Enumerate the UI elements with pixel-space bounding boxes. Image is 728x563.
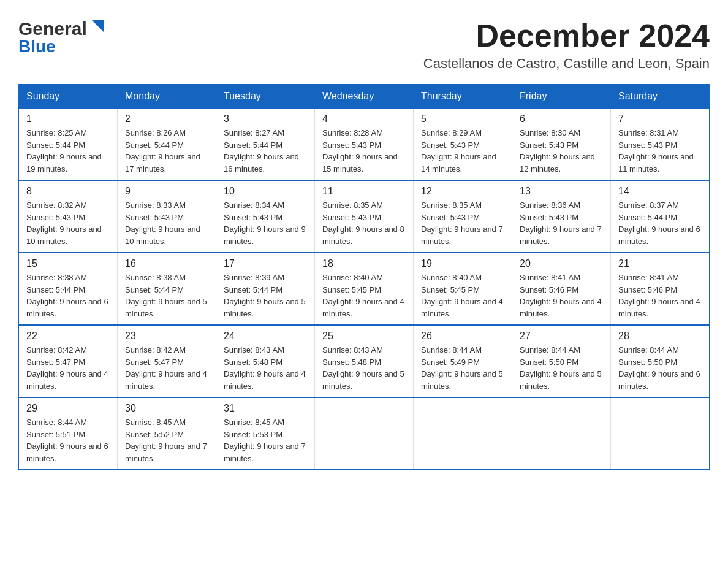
logo-arrow-icon — [88, 18, 108, 37]
day-info: Sunrise: 8:28 AMSunset: 5:43 PMDaylight:… — [322, 127, 406, 175]
day-cell-21: 21Sunrise: 8:41 AMSunset: 5:46 PMDayligh… — [611, 253, 710, 325]
day-cell-8: 8Sunrise: 8:32 AMSunset: 5:43 PMDaylight… — [19, 180, 118, 253]
day-cell-19: 19Sunrise: 8:40 AMSunset: 5:45 PMDayligh… — [414, 253, 512, 325]
day-cell-1: 1Sunrise: 8:25 AMSunset: 5:44 PMDaylight… — [19, 109, 118, 181]
day-info: Sunrise: 8:42 AMSunset: 5:47 PMDaylight:… — [125, 344, 208, 392]
week-row-4: 22Sunrise: 8:42 AMSunset: 5:47 PMDayligh… — [19, 325, 710, 397]
day-number: 5 — [421, 113, 504, 124]
calendar-table: SundayMondayTuesdayWednesdayThursdayFrid… — [18, 84, 710, 470]
day-info: Sunrise: 8:45 AMSunset: 5:52 PMDaylight:… — [125, 416, 208, 464]
day-cell-5: 5Sunrise: 8:29 AMSunset: 5:43 PMDaylight… — [414, 109, 512, 181]
day-cell-7: 7Sunrise: 8:31 AMSunset: 5:43 PMDaylight… — [611, 109, 710, 181]
day-number: 10 — [224, 186, 307, 197]
day-cell-2: 2Sunrise: 8:26 AMSunset: 5:44 PMDaylight… — [118, 109, 216, 181]
day-number: 13 — [520, 186, 603, 197]
day-info: Sunrise: 8:45 AMSunset: 5:53 PMDaylight:… — [224, 416, 307, 464]
day-info: Sunrise: 8:44 AMSunset: 5:51 PMDaylight:… — [26, 416, 110, 464]
day-info: Sunrise: 8:31 AMSunset: 5:43 PMDaylight:… — [618, 127, 702, 175]
day-cell-13: 13Sunrise: 8:36 AMSunset: 5:43 PMDayligh… — [512, 180, 611, 253]
weekday-header-saturday: Saturday — [611, 85, 710, 109]
week-row-5: 29Sunrise: 8:44 AMSunset: 5:51 PMDayligh… — [19, 397, 710, 470]
day-number: 29 — [26, 403, 110, 414]
day-cell-9: 9Sunrise: 8:33 AMSunset: 5:43 PMDaylight… — [118, 180, 216, 253]
day-info: Sunrise: 8:40 AMSunset: 5:45 PMDaylight:… — [322, 272, 406, 320]
day-number: 24 — [224, 331, 307, 342]
day-cell-26: 26Sunrise: 8:44 AMSunset: 5:49 PMDayligh… — [414, 325, 512, 397]
day-cell-28: 28Sunrise: 8:44 AMSunset: 5:50 PMDayligh… — [611, 325, 710, 397]
week-row-3: 15Sunrise: 8:38 AMSunset: 5:44 PMDayligh… — [19, 253, 710, 325]
day-number: 3 — [224, 113, 307, 124]
day-cell-20: 20Sunrise: 8:41 AMSunset: 5:46 PMDayligh… — [512, 253, 611, 325]
day-number: 4 — [322, 113, 406, 124]
day-cell-4: 4Sunrise: 8:28 AMSunset: 5:43 PMDaylight… — [315, 109, 414, 181]
day-number: 30 — [125, 403, 208, 414]
day-info: Sunrise: 8:44 AMSunset: 5:50 PMDaylight:… — [618, 344, 702, 392]
day-number: 11 — [322, 186, 406, 197]
day-info: Sunrise: 8:41 AMSunset: 5:46 PMDaylight:… — [520, 272, 603, 320]
day-cell-12: 12Sunrise: 8:35 AMSunset: 5:43 PMDayligh… — [414, 180, 512, 253]
day-info: Sunrise: 8:42 AMSunset: 5:47 PMDaylight:… — [26, 344, 110, 392]
day-number: 9 — [125, 186, 208, 197]
day-number: 22 — [26, 331, 110, 342]
day-info: Sunrise: 8:33 AMSunset: 5:43 PMDaylight:… — [125, 199, 208, 247]
day-number: 23 — [125, 331, 208, 342]
day-cell-15: 15Sunrise: 8:38 AMSunset: 5:44 PMDayligh… — [19, 253, 118, 325]
day-info: Sunrise: 8:26 AMSunset: 5:44 PMDaylight:… — [125, 127, 208, 175]
week-row-1: 1Sunrise: 8:25 AMSunset: 5:44 PMDaylight… — [19, 109, 710, 181]
day-info: Sunrise: 8:43 AMSunset: 5:48 PMDaylight:… — [224, 344, 307, 392]
day-number: 14 — [618, 186, 702, 197]
day-info: Sunrise: 8:41 AMSunset: 5:46 PMDaylight:… — [618, 272, 702, 320]
weekday-header-wednesday: Wednesday — [315, 85, 414, 109]
empty-cell — [611, 397, 710, 470]
day-info: Sunrise: 8:30 AMSunset: 5:43 PMDaylight:… — [520, 127, 603, 175]
empty-cell — [512, 397, 611, 470]
week-row-2: 8Sunrise: 8:32 AMSunset: 5:43 PMDaylight… — [19, 180, 710, 253]
day-number: 2 — [125, 113, 208, 124]
day-info: Sunrise: 8:39 AMSunset: 5:44 PMDaylight:… — [224, 272, 307, 320]
weekday-header-monday: Monday — [118, 85, 216, 109]
logo-blue: Blue — [18, 37, 56, 56]
day-number: 25 — [322, 331, 406, 342]
day-number: 17 — [224, 258, 307, 269]
day-cell-11: 11Sunrise: 8:35 AMSunset: 5:43 PMDayligh… — [315, 180, 414, 253]
day-number: 31 — [224, 403, 307, 414]
weekday-header-sunday: Sunday — [19, 85, 118, 109]
day-number: 8 — [26, 186, 110, 197]
day-number: 18 — [322, 258, 406, 269]
day-info: Sunrise: 8:34 AMSunset: 5:43 PMDaylight:… — [224, 199, 307, 247]
day-number: 7 — [618, 113, 702, 124]
day-number: 15 — [26, 258, 110, 269]
day-info: Sunrise: 8:36 AMSunset: 5:43 PMDaylight:… — [520, 199, 603, 247]
weekday-row: SundayMondayTuesdayWednesdayThursdayFrid… — [19, 85, 710, 109]
day-info: Sunrise: 8:38 AMSunset: 5:44 PMDaylight:… — [125, 272, 208, 320]
day-info: Sunrise: 8:35 AMSunset: 5:43 PMDaylight:… — [322, 199, 406, 247]
day-cell-3: 3Sunrise: 8:27 AMSunset: 5:44 PMDaylight… — [216, 109, 315, 181]
day-cell-23: 23Sunrise: 8:42 AMSunset: 5:47 PMDayligh… — [118, 325, 216, 397]
weekday-header-thursday: Thursday — [414, 85, 512, 109]
day-info: Sunrise: 8:35 AMSunset: 5:43 PMDaylight:… — [421, 199, 504, 247]
day-info: Sunrise: 8:29 AMSunset: 5:43 PMDaylight:… — [421, 127, 504, 175]
title-block: December 2024 Castellanos de Castro, Cas… — [423, 18, 710, 72]
day-cell-29: 29Sunrise: 8:44 AMSunset: 5:51 PMDayligh… — [19, 397, 118, 470]
weekday-header-tuesday: Tuesday — [216, 85, 315, 109]
day-info: Sunrise: 8:25 AMSunset: 5:44 PMDaylight:… — [26, 127, 110, 175]
day-cell-25: 25Sunrise: 8:43 AMSunset: 5:48 PMDayligh… — [315, 325, 414, 397]
day-info: Sunrise: 8:44 AMSunset: 5:50 PMDaylight:… — [520, 344, 603, 392]
day-number: 26 — [421, 331, 504, 342]
day-info: Sunrise: 8:40 AMSunset: 5:45 PMDaylight:… — [421, 272, 504, 320]
day-cell-16: 16Sunrise: 8:38 AMSunset: 5:44 PMDayligh… — [118, 253, 216, 325]
day-cell-14: 14Sunrise: 8:37 AMSunset: 5:44 PMDayligh… — [611, 180, 710, 253]
day-cell-24: 24Sunrise: 8:43 AMSunset: 5:48 PMDayligh… — [216, 325, 315, 397]
weekday-header-friday: Friday — [512, 85, 611, 109]
calendar-body: 1Sunrise: 8:25 AMSunset: 5:44 PMDaylight… — [19, 109, 710, 470]
day-number: 12 — [421, 186, 504, 197]
day-cell-18: 18Sunrise: 8:40 AMSunset: 5:45 PMDayligh… — [315, 253, 414, 325]
logo-general: General — [18, 18, 87, 39]
day-number: 27 — [520, 331, 603, 342]
day-number: 16 — [125, 258, 208, 269]
day-info: Sunrise: 8:37 AMSunset: 5:44 PMDaylight:… — [618, 199, 702, 247]
day-number: 6 — [520, 113, 603, 124]
month-title: December 2024 — [423, 18, 710, 53]
day-cell-30: 30Sunrise: 8:45 AMSunset: 5:52 PMDayligh… — [118, 397, 216, 470]
day-number: 20 — [520, 258, 603, 269]
